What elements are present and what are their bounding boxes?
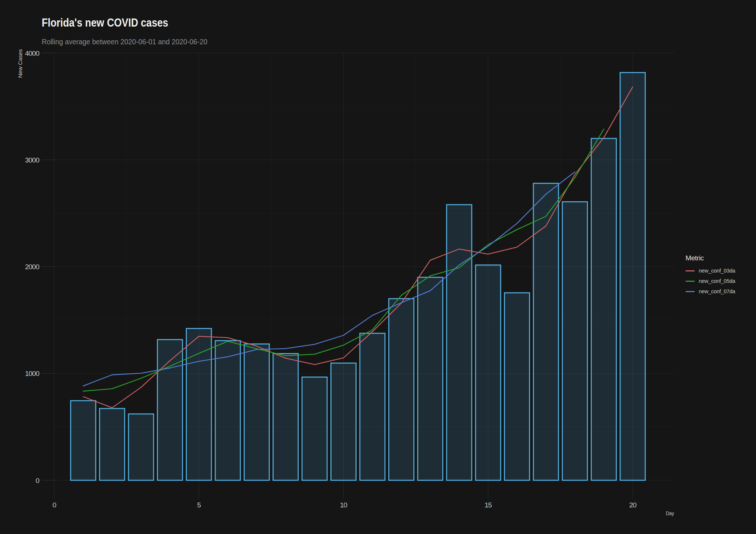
x-tick-label: 5	[197, 501, 201, 509]
bar-day-3	[128, 414, 154, 480]
bar-day-20	[620, 72, 645, 480]
bar-day-14	[447, 205, 472, 480]
bar-day-16	[505, 293, 530, 480]
y-tick-label: 2000	[25, 263, 39, 271]
legend-title: Metric	[685, 254, 735, 262]
legend-items: new_conf_03danew_conf_05danew_conf_07da	[685, 266, 735, 297]
bar-day-8	[273, 353, 298, 480]
bar-day-11	[360, 333, 385, 480]
bar-day-12	[389, 299, 414, 480]
yaxis-title: New Cases	[17, 49, 24, 78]
bar-day-9	[302, 377, 327, 480]
chart-title: Florida's new COVID cases	[42, 16, 168, 30]
legend-item-label: new_conf_03da	[699, 268, 735, 274]
bar-day-13	[418, 277, 443, 480]
x-tick-label: 15	[485, 501, 492, 509]
y-tick-label: 3000	[25, 156, 39, 164]
legend-item-label: new_conf_05da	[699, 278, 735, 284]
legend: Metric new_conf_03danew_conf_05danew_con…	[685, 254, 735, 297]
y-tick-label: 0	[35, 477, 39, 485]
x-tick-label: 0	[52, 501, 56, 509]
bar-day-15	[475, 265, 501, 480]
legend-item-new_conf_05da[interactable]: new_conf_05da	[685, 276, 735, 286]
bar-day-7	[244, 344, 269, 480]
bar-day-6	[215, 340, 240, 480]
x-tick-label: 10	[340, 501, 347, 509]
y-tick-label: 4000	[25, 49, 39, 57]
bar-day-1	[71, 401, 96, 480]
bar-day-18	[562, 202, 587, 480]
bar-day-5	[186, 328, 212, 480]
x-tick-label: 20	[629, 501, 636, 509]
legend-swatch-icon	[685, 291, 695, 292]
legend-item-label: new_conf_07da	[699, 288, 735, 294]
bar-day-2	[100, 408, 125, 480]
bar-day-19	[591, 138, 616, 480]
y-tick-label: 1000	[25, 370, 39, 377]
bar-day-17	[533, 183, 559, 480]
chart-root: 0100020003000400005101520 Florida's new …	[0, 0, 756, 534]
legend-item-new_conf_03da[interactable]: new_conf_03da	[685, 266, 735, 276]
xaxis-title: Day	[666, 510, 674, 516]
legend-swatch-icon	[685, 281, 695, 282]
legend-swatch-icon	[685, 270, 695, 271]
bar-day-10	[331, 363, 356, 480]
plot-area: 0100020003000400005101520	[0, 0, 756, 534]
chart-subtitle: Rolling average between 2020-06-01 and 2…	[42, 37, 207, 46]
legend-item-new_conf_07da[interactable]: new_conf_07da	[685, 286, 735, 297]
